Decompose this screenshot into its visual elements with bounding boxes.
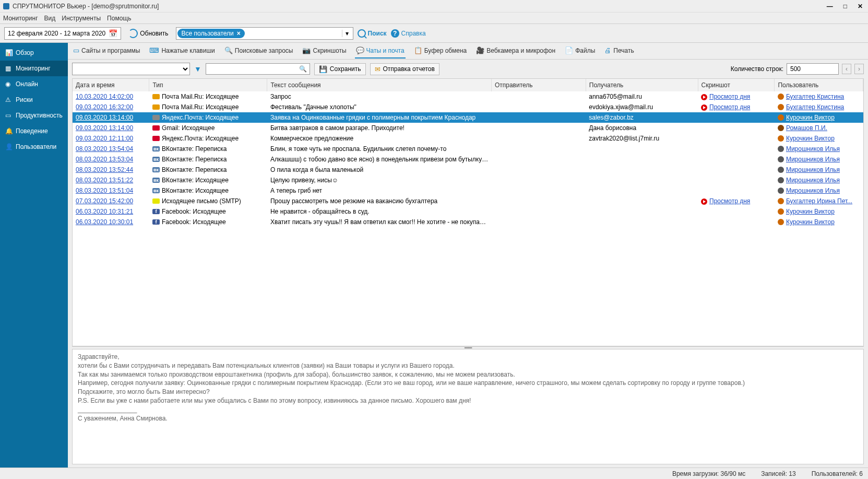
datetime-link[interactable]: 09.03.2020 13:14:00 — [76, 114, 133, 121]
user-link[interactable]: Ромашов П.И. — [786, 124, 827, 132]
table-row[interactable]: 08.03.2020 13:54:04вкВКонтакте: Переписк… — [73, 144, 863, 154]
datetime-link[interactable]: 07.03.2020 15:42:00 — [76, 197, 133, 205]
tab-print[interactable]: 🖨Печать — [603, 43, 635, 59]
col-sender[interactable]: Отправитель — [491, 79, 586, 91]
user-filter[interactable]: Все пользователи × ▾ — [176, 27, 353, 40]
close-button[interactable]: ✕ — [855, 3, 865, 10]
datetime-link[interactable]: 09.03.2020 16:32:00 — [76, 103, 133, 111]
sidebar-item-risks[interactable]: ⚠Риски — [0, 92, 68, 108]
table-row[interactable]: 09.03.2020 12:11:00Яндекс.Почта: Исходящ… — [73, 133, 863, 144]
user-filter-pill[interactable]: Все пользователи × — [177, 29, 245, 38]
table-row[interactable]: 08.03.2020 13:51:04вкВКонтакте: Исходяще… — [73, 185, 863, 196]
dropdown-icon[interactable]: ▾ — [342, 30, 352, 37]
sidebar: 📊Обзор ▦Мониторинг ◉Онлайн ⚠Риски ▭Проду… — [0, 43, 68, 468]
tab-webcam[interactable]: 🎥Вебкамера и микрофон — [475, 43, 556, 59]
refresh-button[interactable]: Обновить — [125, 27, 171, 40]
table-row[interactable]: 08.03.2020 13:51:22вкВКонтакте: Исходяще… — [73, 175, 863, 185]
filter-icon[interactable]: ▼ — [194, 65, 201, 73]
search-icon: 🔍 — [224, 46, 233, 54]
text-search[interactable]: 🔍 — [206, 63, 310, 75]
help-button[interactable]: ? Справка — [391, 29, 426, 38]
col-user[interactable]: Пользователь — [775, 79, 863, 91]
maximize-button[interactable]: □ — [841, 3, 849, 10]
search-button[interactable]: Поиск — [358, 29, 387, 38]
text-search-input[interactable] — [206, 63, 310, 75]
tab-chats-mail[interactable]: 💬Чаты и почта — [355, 43, 406, 59]
col-datetime[interactable]: Дата и время — [73, 79, 149, 91]
table-row[interactable]: 08.03.2020 13:53:04вкВКонтакте: Переписк… — [73, 154, 863, 165]
keyboard-icon: ⌨ — [149, 46, 159, 54]
table-row[interactable]: 06.03.2020 10:30:01fFacebook: ИсходящееХ… — [73, 217, 863, 227]
tab-clipboard[interactable]: 📋Буфер обмена — [413, 43, 468, 59]
datetime-link[interactable]: 10.03.2020 14:02:00 — [76, 93, 133, 100]
datetime-link[interactable]: 08.03.2020 13:52:44 — [76, 166, 133, 173]
tab-sites[interactable]: ▭Сайты и программы — [72, 43, 141, 59]
tab-keystrokes[interactable]: ⌨Нажатые клавиши — [148, 43, 216, 59]
sidebar-item-online[interactable]: ◉Онлайн — [0, 76, 68, 92]
tab-screenshots[interactable]: 📷Скриншоты — [301, 43, 347, 59]
rowcount-input[interactable] — [787, 63, 839, 75]
save-button[interactable]: 💾Сохранить — [314, 63, 366, 75]
tab-files[interactable]: 📄Файлы — [564, 43, 596, 59]
menu-view[interactable]: Вид — [44, 15, 56, 22]
table-row[interactable]: 09.03.2020 13:14:00Яндекс.Почта: Исходящ… — [73, 112, 863, 123]
datetime-link[interactable]: 09.03.2020 13:14:00 — [76, 124, 133, 132]
sidebar-item-users[interactable]: 👤Пользователи — [0, 139, 68, 155]
user-link[interactable]: Мирошников Илья — [786, 177, 840, 184]
sidebar-item-monitoring[interactable]: ▦Мониторинг — [0, 61, 68, 76]
datetime-link[interactable]: 06.03.2020 10:30:01 — [76, 218, 133, 226]
message-text: Запрос — [267, 91, 491, 102]
search-icon[interactable]: 🔍 — [299, 65, 307, 73]
table-row[interactable]: 09.03.2020 13:14:00Gmail: ИсходящееБитва… — [73, 123, 863, 133]
tab-search[interactable]: 🔍Поисковые запросы — [223, 43, 294, 59]
remove-filter-icon[interactable]: × — [237, 30, 241, 37]
send-reports-button[interactable]: ✉Отправка отчетов — [370, 63, 439, 75]
datetime-link[interactable]: 08.03.2020 13:51:04 — [76, 187, 133, 194]
user-link[interactable]: Мирошников Илья — [786, 145, 840, 153]
window-title: СПРУТМОНИТОР Вьюер - [demo@sprutmonitor.… — [13, 3, 825, 10]
datetime-link[interactable]: 06.03.2020 10:31:21 — [76, 208, 133, 215]
type-filter[interactable] — [72, 63, 190, 75]
sidebar-item-productivity[interactable]: ▭Продуктивность — [0, 108, 68, 123]
file-icon: 📄 — [565, 46, 573, 54]
datetime-link[interactable]: 08.03.2020 13:51:22 — [76, 177, 133, 184]
recipient-text: anna6705@mail.ru — [586, 91, 698, 102]
col-text[interactable]: Текст сообщения — [267, 79, 491, 91]
screenshot-link[interactable]: Просмотр дня — [709, 197, 750, 205]
screenshot-link[interactable]: Просмотр дня — [709, 103, 750, 111]
table-row[interactable]: 07.03.2020 15:42:00Исходящее письмо (SMT… — [73, 196, 863, 206]
col-type[interactable]: Тип — [149, 79, 267, 91]
table-row[interactable]: 09.03.2020 16:32:00Почта Mail.Ru: Исходя… — [73, 102, 863, 112]
minimize-button[interactable]: — — [825, 3, 835, 10]
col-recipient[interactable]: Получатель — [586, 79, 698, 91]
user-link[interactable]: Мирошников Илья — [786, 166, 840, 173]
user-link[interactable]: Бухгалтер Ирина Пет... — [786, 197, 852, 205]
table-row[interactable]: 06.03.2020 10:31:21fFacebook: ИсходящееН… — [73, 206, 863, 217]
prev-page-button[interactable]: ‹ — [842, 64, 851, 74]
tabs: ▭Сайты и программы ⌨Нажатые клавиши 🔍Пои… — [68, 43, 868, 60]
datetime-link[interactable]: 08.03.2020 13:53:04 — [76, 156, 133, 163]
user-link[interactable]: Курочкин Виктор — [786, 135, 835, 142]
user-link[interactable]: Мирошников Илья — [786, 156, 840, 163]
user-link[interactable]: Бухгалтер Кристина — [786, 93, 844, 100]
table-row[interactable]: 08.03.2020 13:52:44вкВКонтакте: Переписк… — [73, 165, 863, 175]
table-row[interactable]: 10.03.2020 14:02:00Почта Mail.Ru: Исходя… — [73, 91, 863, 102]
date-range-picker[interactable]: 12 февраля 2020 - 12 марта 2020 📅 — [4, 27, 121, 40]
sidebar-item-overview[interactable]: 📊Обзор — [0, 45, 68, 61]
menu-help[interactable]: Помощь — [107, 15, 131, 22]
datetime-link[interactable]: 09.03.2020 12:11:00 — [76, 135, 133, 142]
menu-tools[interactable]: Инструменты — [62, 15, 101, 22]
screenshot-link[interactable]: Просмотр дня — [709, 93, 750, 100]
user-link[interactable]: Курочкин Виктор — [786, 208, 835, 215]
user-link[interactable]: Курочкин Виктор — [786, 114, 835, 121]
col-screenshot[interactable]: Скриншот — [698, 79, 775, 91]
datetime-link[interactable]: 08.03.2020 13:54:04 — [76, 145, 133, 153]
user-link[interactable]: Мирошников Илья — [786, 187, 840, 194]
user-link[interactable]: Бухгалтер Кристина — [786, 103, 844, 111]
user-link[interactable]: Курочкин Виктор — [786, 218, 835, 226]
message-text: Прошу рассмотреть мое резюме на вакансию… — [267, 196, 491, 206]
menu-monitoring[interactable]: Мониторинг — [3, 15, 38, 22]
sidebar-item-behavior[interactable]: 🔔Поведение — [0, 123, 68, 139]
recipient-text: sales@zabor.bz — [586, 112, 698, 123]
next-page-button[interactable]: › — [854, 64, 864, 74]
